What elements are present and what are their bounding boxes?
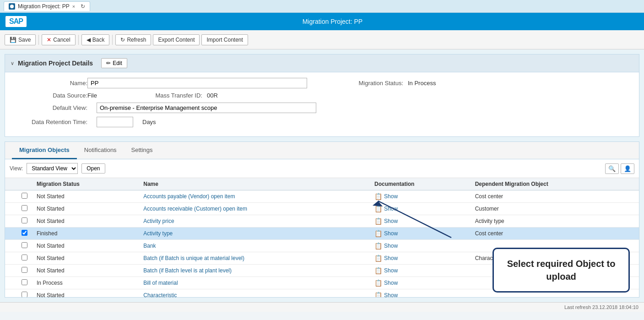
- migration-status-label: Migration Status:: [344, 80, 403, 87]
- retention-input[interactable]: [97, 117, 133, 127]
- cell-documentation[interactable]: 📋Show: [370, 190, 471, 203]
- cell-documentation[interactable]: 📋Show: [370, 228, 471, 240]
- open-button[interactable]: Open: [81, 163, 105, 174]
- tab-refresh-btn[interactable]: ↻: [81, 3, 85, 10]
- project-details-section: ∨ Migration Project Details ✏ Edit Name:…: [5, 54, 639, 137]
- defaultview-input[interactable]: [97, 103, 316, 113]
- view-select[interactable]: Standard View: [27, 163, 78, 174]
- show-link[interactable]: 📋Show: [374, 193, 466, 200]
- show-link[interactable]: 📋Show: [374, 205, 466, 212]
- table-row[interactable]: Not StartedActivity price📋ShowActivity t…: [5, 215, 639, 228]
- back-button[interactable]: ◀ Back: [81, 34, 110, 45]
- edit-button[interactable]: ✏ Edit: [101, 58, 127, 68]
- refresh-button[interactable]: ↻ Refresh: [115, 34, 151, 45]
- tab-notifications[interactable]: Notifications: [77, 142, 124, 159]
- tab-close-btn[interactable]: ×: [72, 4, 75, 9]
- tabs-header: Migration Objects Notifications Settings: [5, 142, 639, 159]
- cell-status: Not Started: [32, 203, 139, 215]
- form-row-name: Name: Migration Status: In Process: [14, 78, 630, 88]
- section-header: ∨ Migration Project Details ✏ Edit: [5, 54, 639, 72]
- save-icon: 💾: [10, 37, 16, 43]
- cell-dependent: Cost center: [471, 190, 639, 203]
- row-checkbox[interactable]: [22, 267, 27, 273]
- cell-status: Not Started: [32, 265, 139, 277]
- show-link[interactable]: 📋Show: [374, 279, 466, 287]
- main-content: ∨ Migration Project Details ✏ Edit Name:…: [0, 49, 644, 302]
- cell-name[interactable]: Characteristic: [139, 289, 370, 298]
- doc-icon: 📋: [374, 217, 382, 225]
- row-checkbox[interactable]: [22, 230, 27, 236]
- table-row[interactable]: Not StartedAccounts receivable (Customer…: [5, 203, 639, 215]
- row-checkbox[interactable]: [22, 279, 27, 285]
- cell-name[interactable]: Activity type: [139, 228, 370, 240]
- cell-documentation[interactable]: 📋Show: [370, 277, 471, 289]
- table-toolbar: View: Standard View Open 🔍 👤: [5, 159, 639, 178]
- cell-dependent: Cost center: [471, 228, 639, 240]
- cell-name[interactable]: Batch (if Batch is unique at material le…: [139, 252, 370, 265]
- doc-icon: 📋: [374, 205, 382, 212]
- row-indicator-cell: [5, 252, 17, 265]
- row-indicator-cell: [5, 265, 17, 277]
- cell-name[interactable]: Batch (if Batch level is at plant level): [139, 265, 370, 277]
- cell-documentation[interactable]: 📋Show: [370, 289, 471, 298]
- form-row-retention: Data Retention Time: Days: [14, 117, 630, 127]
- cell-status: Finished: [32, 228, 139, 240]
- cell-documentation[interactable]: 📋Show: [370, 240, 471, 252]
- callout-box: Select required Object toupload: [492, 248, 630, 293]
- cell-documentation[interactable]: 📋Show: [370, 265, 471, 277]
- row-checkbox[interactable]: [22, 193, 27, 199]
- show-link[interactable]: 📋Show: [374, 292, 466, 297]
- browser-tab[interactable]: Migration Project: PP × ↻: [4, 1, 90, 11]
- col-dependent: Dependent Migration Object: [471, 178, 639, 190]
- cell-name[interactable]: Accounts receivable (Customer) open item: [139, 203, 370, 215]
- show-link[interactable]: 📋Show: [374, 255, 466, 262]
- tab-migration-objects[interactable]: Migration Objects: [12, 142, 77, 159]
- doc-icon: 📋: [374, 255, 382, 262]
- cell-name[interactable]: Activity price: [139, 215, 370, 228]
- cell-documentation[interactable]: 📋Show: [370, 203, 471, 215]
- search-icon-btn[interactable]: 🔍: [605, 163, 619, 174]
- tab-settings[interactable]: Settings: [124, 142, 160, 159]
- import-button[interactable]: Import Content: [201, 34, 248, 45]
- row-checkbox[interactable]: [22, 242, 27, 248]
- col-name: Name: [139, 178, 370, 190]
- row-indicator-cell: [5, 215, 17, 228]
- row-checkbox[interactable]: [22, 205, 27, 211]
- sap-logo: SAP: [5, 16, 27, 27]
- cancel-button[interactable]: ✕ Cancel: [42, 34, 75, 45]
- cell-documentation[interactable]: 📋Show: [370, 252, 471, 265]
- export-button[interactable]: Export Content: [153, 34, 200, 45]
- show-link[interactable]: 📋Show: [374, 217, 466, 225]
- view-label: View:: [10, 165, 23, 172]
- toolbar-separator: [38, 35, 39, 45]
- form-body: Name: Migration Status: In Process Data …: [5, 72, 639, 136]
- doc-icon: 📋: [374, 292, 382, 297]
- row-checkbox[interactable]: [22, 255, 27, 260]
- cell-status: In Process: [32, 277, 139, 289]
- row-checkbox[interactable]: [22, 292, 27, 297]
- col-migration-status: Migration Status: [32, 178, 139, 190]
- show-link[interactable]: 📋Show: [374, 267, 466, 274]
- col-documentation: Documentation: [370, 178, 471, 190]
- table-row[interactable]: Not StartedAccounts payable (Vendor) ope…: [5, 190, 639, 203]
- cell-documentation[interactable]: 📋Show: [370, 215, 471, 228]
- edit-icon: ✏: [106, 60, 111, 66]
- row-checkbox[interactable]: [22, 217, 27, 223]
- show-link[interactable]: 📋Show: [374, 230, 466, 237]
- cell-status: Not Started: [32, 190, 139, 203]
- table-row[interactable]: FinishedActivity type📋ShowCost center: [5, 228, 639, 240]
- name-input[interactable]: [87, 78, 307, 88]
- cell-name[interactable]: Bank: [139, 240, 370, 252]
- cell-status: Not Started: [32, 252, 139, 265]
- migration-status-value: In Process: [408, 80, 436, 87]
- show-link[interactable]: 📋Show: [374, 242, 466, 249]
- cell-name[interactable]: Accounts payable (Vendor) open item: [139, 190, 370, 203]
- person-icon-btn[interactable]: 👤: [621, 163, 634, 174]
- row-indicator-cell: [5, 240, 17, 252]
- doc-icon: 📋: [374, 230, 382, 237]
- save-button[interactable]: 💾 Save: [5, 34, 36, 45]
- doc-icon: 📋: [374, 193, 382, 200]
- section-title: Migration Project Details: [18, 60, 93, 67]
- cell-name[interactable]: Bill of material: [139, 277, 370, 289]
- section-toggle-icon[interactable]: ∨: [11, 60, 14, 66]
